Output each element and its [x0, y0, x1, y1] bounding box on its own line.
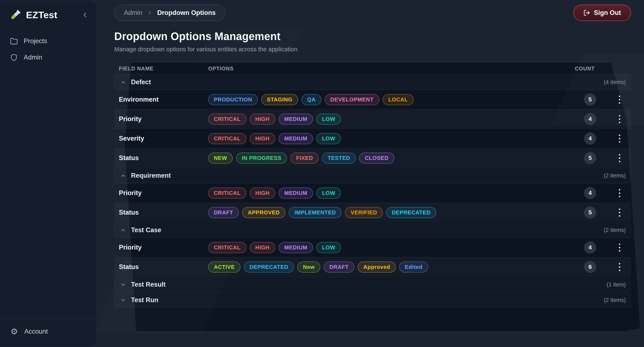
- option-badge: PRODUCTION: [208, 94, 258, 105]
- options-cell: ACTIVEDEPRECATEDNewDRAFTApprovedEdited: [208, 262, 572, 273]
- row-menu-button[interactable]: [616, 151, 623, 165]
- gear-icon: ⚙: [10, 327, 18, 336]
- group-items-count: (2 items): [604, 172, 626, 179]
- option-badge: IMPLEMENTED: [289, 207, 342, 218]
- option-badge: Edited: [399, 262, 428, 273]
- actions-cell: [608, 261, 631, 274]
- chevron-down-icon: [120, 297, 126, 303]
- option-badge: HIGH: [250, 242, 275, 253]
- row-menu-button[interactable]: [616, 93, 623, 106]
- group-row-defect[interactable]: Defect(4 items): [114, 75, 631, 90]
- option-badge: Approved: [358, 262, 396, 273]
- breadcrumb-parent[interactable]: Admin: [124, 9, 142, 16]
- option-badge: LOCAL: [382, 94, 414, 105]
- field-name: Environment: [114, 96, 208, 103]
- count-badge: 4: [584, 132, 596, 145]
- column-count: COUNT: [572, 66, 608, 72]
- shield-icon: [10, 54, 18, 61]
- sidebar-footer: ⚙ Account: [0, 318, 97, 347]
- breadcrumb: Admin Dropdown Options: [114, 4, 225, 21]
- options-cell: CRITICALHIGHMEDIUMLOW: [208, 242, 572, 253]
- option-badge: FIXED: [290, 153, 319, 164]
- table-row: PriorityCRITICALHIGHMEDIUMLOW4: [114, 238, 631, 257]
- group-items-count: (2 items): [604, 297, 626, 304]
- field-name: Status: [114, 263, 208, 271]
- group-items-count: (4 items): [604, 79, 626, 85]
- option-badge: TESTED: [322, 153, 356, 164]
- count-cell: 4: [572, 132, 608, 145]
- kebab-icon: [619, 134, 620, 143]
- count-badge: 6: [584, 261, 596, 273]
- options-table: FIELD NAME OPTIONS COUNT Defect(4 items)…: [114, 63, 631, 308]
- actions-cell: [608, 132, 631, 145]
- option-badge: DEPRECATED: [386, 207, 436, 218]
- row-menu-button[interactable]: [616, 112, 623, 126]
- option-badge: CRITICAL: [208, 188, 246, 199]
- group-row-requirement[interactable]: Requirement(2 items): [114, 168, 631, 183]
- option-badge: DEPRECATED: [244, 262, 294, 273]
- table-row: StatusNEWIN PROGRESSFIXEDTESTEDCLOSED5: [114, 148, 631, 168]
- count-cell: 4: [572, 113, 608, 125]
- table-row: PriorityCRITICALHIGHMEDIUMLOW4: [114, 109, 631, 129]
- options-cell: DRAFTAPPROVEDIMPLEMENTEDVERIFIEDDEPRECAT…: [208, 207, 572, 218]
- field-name: Priority: [114, 115, 208, 123]
- sidebar: EZTest ProjectsAdmin ⚙ Account: [0, 0, 97, 347]
- row-menu-button[interactable]: [616, 241, 623, 254]
- table-header: FIELD NAME OPTIONS COUNT: [114, 63, 631, 74]
- app-title: EZTest: [26, 10, 81, 20]
- option-badge: HIGH: [250, 114, 275, 125]
- row-menu-button[interactable]: [616, 206, 623, 219]
- kebab-icon: [619, 115, 620, 123]
- option-badge: HIGH: [250, 133, 275, 144]
- option-badge: DEVELOPMENT: [325, 94, 380, 105]
- count-cell: 5: [572, 206, 608, 219]
- group-header-left: Test Case: [120, 226, 161, 234]
- chevron-up-icon: [120, 227, 126, 233]
- group-header-left: Defect: [120, 78, 151, 86]
- group-row-test-result[interactable]: Test Result(1 item): [114, 277, 631, 292]
- row-menu-button[interactable]: [616, 132, 623, 145]
- actions-cell: [608, 112, 631, 126]
- page-subtitle: Manage dropdown options for various enti…: [114, 46, 631, 53]
- sidebar-collapse-button[interactable]: [81, 11, 89, 19]
- actions-cell: [608, 206, 631, 219]
- option-badge: QA: [302, 94, 321, 105]
- kebab-icon: [619, 189, 620, 197]
- sidebar-item-account[interactable]: ⚙ Account: [5, 323, 92, 340]
- group-name: Requirement: [131, 172, 171, 179]
- group-name: Test Run: [131, 296, 158, 304]
- sign-out-button[interactable]: Sign Out: [573, 4, 631, 21]
- option-badge: DRAFT: [324, 262, 354, 273]
- field-name: Status: [114, 209, 208, 216]
- table-row: PriorityCRITICALHIGHMEDIUMLOW4: [114, 183, 631, 203]
- table-row: EnvironmentPRODUCTIONSTAGINGQADEVELOPMEN…: [114, 90, 631, 109]
- group-row-test-run[interactable]: Test Run(2 items): [114, 293, 631, 308]
- field-name: Priority: [114, 189, 208, 197]
- group-row-test-case[interactable]: Test Case(2 items): [114, 223, 631, 238]
- option-badge: LOW: [316, 114, 341, 125]
- kebab-icon: [619, 263, 620, 271]
- actions-cell: [608, 93, 631, 106]
- actions-cell: [608, 187, 631, 200]
- app-logo: EZTest: [0, 0, 97, 27]
- count-badge: 4: [584, 113, 596, 125]
- kebab-icon: [619, 154, 620, 162]
- actions-cell: [608, 241, 631, 254]
- main-content: Admin Dropdown Options Sign Out Dropdown…: [97, 0, 644, 347]
- logout-icon: [584, 9, 590, 16]
- count-cell: 4: [572, 187, 608, 199]
- option-badge: STAGING: [261, 94, 298, 105]
- option-badge: CRITICAL: [208, 133, 246, 144]
- kebab-icon: [619, 244, 620, 252]
- table-body: Defect(4 items)EnvironmentPRODUCTIONSTAG…: [114, 75, 631, 308]
- row-menu-button[interactable]: [616, 187, 623, 200]
- row-menu-button[interactable]: [616, 261, 623, 274]
- option-badge: New: [297, 262, 320, 273]
- topbar: Admin Dropdown Options Sign Out: [114, 4, 631, 21]
- group-header-left: Test Run: [120, 296, 158, 304]
- options-cell: NEWIN PROGRESSFIXEDTESTEDCLOSED: [208, 153, 572, 164]
- sidebar-item-projects[interactable]: Projects: [5, 33, 92, 49]
- table-row: SeverityCRITICALHIGHMEDIUMLOW4: [114, 129, 631, 148]
- sidebar-item-admin[interactable]: Admin: [5, 49, 92, 66]
- field-name: Severity: [114, 135, 208, 142]
